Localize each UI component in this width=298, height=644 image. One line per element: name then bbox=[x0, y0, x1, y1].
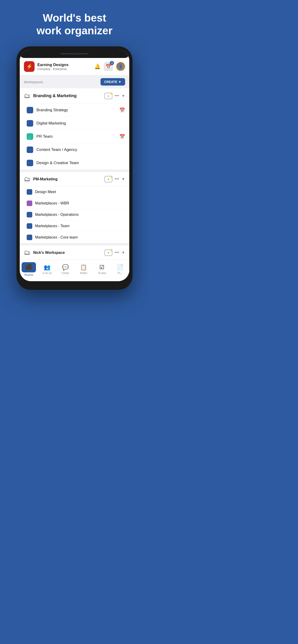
bottom-nav: ⬛ Rooms 👥 1-on-1s 💬 Chats 📋 Notes ☑ To-d… bbox=[20, 260, 129, 281]
company-name: Earning Designs bbox=[37, 62, 91, 67]
avatar-icon: 👤 bbox=[118, 64, 123, 69]
notes-label: Notes bbox=[80, 272, 87, 275]
phone-frame: ⚡ Earning Designs Company - Enterprise 🔔… bbox=[17, 46, 133, 290]
hero-section: World's best work organizer bbox=[37, 12, 112, 37]
camera bbox=[73, 52, 76, 55]
nav-item-notes[interactable]: 📋 Notes bbox=[75, 264, 92, 275]
todos-icon: ☑ bbox=[99, 264, 104, 270]
nav-active-bg: ⬛ bbox=[22, 262, 36, 272]
space-name: Content Team / Agency bbox=[37, 148, 125, 152]
space-color-indicator bbox=[27, 107, 33, 113]
space-calendar-icon: 📅 bbox=[119, 134, 125, 139]
space-color-indicator bbox=[27, 160, 33, 166]
space-calendar-icon: 📅 bbox=[119, 107, 125, 113]
phone-screen: ⚡ Earning Designs Company - Enterprise 🔔… bbox=[20, 50, 129, 281]
nav-item-files[interactable]: 📄 Fi... bbox=[112, 264, 128, 275]
space-name: Digital Marketing bbox=[37, 121, 125, 126]
app-header: ⚡ Earning Designs Company - Enterprise 🔔… bbox=[20, 58, 129, 75]
pm-color-indicator bbox=[27, 212, 32, 218]
pm-space-name: Marketplaces - Team bbox=[35, 224, 69, 228]
nav-item-todos[interactable]: ☑ To-dos bbox=[94, 264, 110, 275]
space-color-indicator bbox=[27, 120, 33, 126]
bell-icon[interactable]: 🔔 bbox=[94, 64, 101, 70]
lightning-icon: ⚡ bbox=[110, 175, 113, 178]
space-name: Design & Creative Team bbox=[37, 161, 125, 165]
pm-color-indicator bbox=[27, 189, 32, 195]
chevron-down-icon[interactable]: ▼ bbox=[121, 94, 125, 98]
nicks-add-space-button[interactable]: + ⚡ bbox=[104, 250, 112, 256]
space-name: PR Team bbox=[37, 134, 116, 139]
nicks-workspace-name: Nick's Workspace bbox=[33, 250, 102, 255]
list-item[interactable]: Marketplaces - Core team bbox=[20, 232, 129, 243]
workspace-actions: + ⚡ ••• ▼ bbox=[104, 93, 125, 99]
pm-workspace: 🗂 PM-Marketing + ⚡ ••• ▼ Design Meet bbox=[20, 172, 129, 243]
add-space-button[interactable]: + ⚡ bbox=[104, 93, 112, 99]
list-item[interactable]: Marketplaces - Operations bbox=[20, 209, 129, 220]
list-item[interactable]: Content Team / Agency bbox=[20, 143, 129, 156]
hero-line1: World's best bbox=[43, 12, 106, 24]
pm-workspace-actions: + ⚡ ••• ▼ bbox=[104, 176, 125, 182]
pm-space-name: Marketplaces - Core team bbox=[35, 235, 78, 240]
todos-label: To-dos bbox=[98, 272, 106, 275]
create-button[interactable]: CREATE ▼ bbox=[101, 78, 125, 86]
list-item[interactable]: Marketplaces - WBR bbox=[20, 198, 129, 209]
nicks-chevron-down-icon[interactable]: ▼ bbox=[121, 250, 125, 255]
pm-space-name: Marketplaces - WBR bbox=[35, 201, 69, 206]
list-item[interactable]: Design & Creative Team bbox=[20, 156, 129, 170]
rooms-label: Rooms bbox=[24, 273, 33, 276]
list-item[interactable]: Marketplaces - Team bbox=[20, 220, 129, 232]
workspaces-label: Workspaces bbox=[24, 80, 43, 84]
lightning-icon: ⚡ bbox=[110, 248, 113, 252]
pm-add-space-button[interactable]: + ⚡ bbox=[104, 176, 112, 182]
nicks-folder-icon: 🗂 bbox=[24, 249, 31, 256]
company-subtitle: Company - Enterprise bbox=[37, 67, 91, 71]
list-item[interactable]: Design Meet bbox=[20, 186, 129, 198]
avatar[interactable]: 👤 bbox=[116, 62, 125, 71]
hero-line2: work organizer bbox=[37, 24, 112, 37]
notes-icon: 📋 bbox=[80, 264, 87, 270]
files-label: Fi... bbox=[118, 272, 123, 275]
lightning-icon: ⚡ bbox=[110, 92, 113, 95]
pr-team-icon: ⚓ bbox=[27, 133, 33, 140]
pm-space-name: Marketplaces - Operations bbox=[35, 212, 79, 217]
pm-space-name: Design Meet bbox=[35, 190, 56, 194]
list-item[interactable]: Branding Strategy 📅 bbox=[20, 104, 129, 117]
nicks-workspace-actions: + ⚡ ••• ▼ bbox=[104, 250, 125, 256]
notch bbox=[20, 50, 129, 58]
header-icons: 🔔 📅 3 👤 bbox=[94, 62, 125, 71]
pm-chevron-down-icon[interactable]: ▼ bbox=[121, 177, 125, 181]
branding-workspace-name: Branding & Marketing bbox=[33, 94, 102, 98]
nav-item-1on1s[interactable]: 👥 1-on-1s bbox=[39, 264, 55, 275]
rooms-icon: ⬛ bbox=[25, 264, 32, 270]
pm-more-options-icon[interactable]: ••• bbox=[115, 177, 119, 182]
1on1s-label: 1-on-1s bbox=[43, 272, 52, 275]
pm-color-indicator bbox=[27, 200, 32, 206]
notification-badge: 3 bbox=[110, 61, 114, 65]
nicks-more-options-icon[interactable]: ••• bbox=[115, 250, 119, 255]
chats-label: Chats bbox=[62, 272, 69, 275]
1on1s-icon: 👥 bbox=[44, 264, 51, 270]
list-item[interactable]: Digital Marketing bbox=[20, 117, 129, 130]
pm-workspace-name: PM-Marketing bbox=[33, 177, 102, 181]
list-item[interactable]: ⚓ PR Team 📅 bbox=[20, 130, 129, 143]
logo-icon: ⚡ bbox=[26, 64, 33, 70]
pm-items-list: Design Meet Marketplaces - WBR Marketpla… bbox=[20, 186, 129, 243]
workspace-folder-icon: 🗂 bbox=[24, 92, 31, 100]
space-name: Branding Strategy bbox=[37, 108, 116, 112]
calendar-badge[interactable]: 📅 3 bbox=[104, 62, 113, 71]
branding-workspace-header: 🗂 Branding & Marketing + ⚡ ••• ▼ bbox=[20, 88, 129, 104]
pm-color-indicator bbox=[27, 223, 32, 229]
nicks-workspace: 🗂 Nick's Workspace + ⚡ ••• ▼ bbox=[20, 246, 129, 260]
files-icon: 📄 bbox=[117, 264, 124, 270]
pm-color-indicator bbox=[27, 234, 32, 240]
nicks-workspace-header: 🗂 Nick's Workspace + ⚡ ••• ▼ bbox=[20, 246, 129, 260]
app-title-block: Earning Designs Company - Enterprise bbox=[37, 62, 91, 71]
nav-item-rooms[interactable]: ⬛ Rooms bbox=[21, 262, 37, 276]
space-color-indicator bbox=[27, 146, 33, 153]
chats-icon: 💬 bbox=[62, 264, 69, 270]
more-options-icon[interactable]: ••• bbox=[115, 94, 119, 98]
pm-workspace-header: 🗂 PM-Marketing + ⚡ ••• ▼ bbox=[20, 172, 129, 186]
nav-item-chats[interactable]: 💬 Chats bbox=[57, 264, 74, 275]
pm-folder-icon: 🗂 bbox=[24, 175, 31, 183]
workspaces-bar: Workspaces CREATE ▼ bbox=[20, 75, 129, 88]
